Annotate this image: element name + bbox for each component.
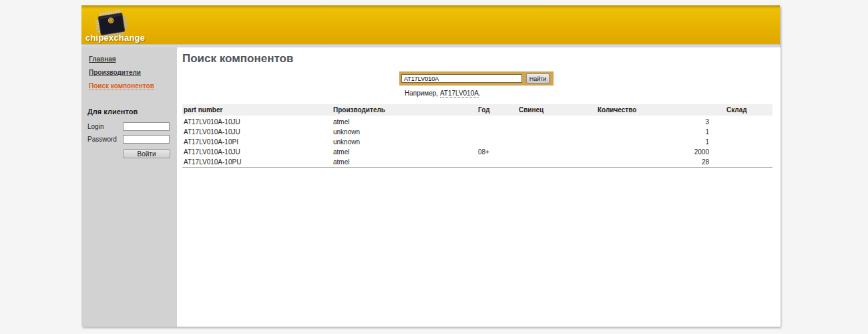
hint-prefix: Например, <box>405 90 440 97</box>
cell-lead <box>517 147 596 157</box>
cell-stock <box>725 127 773 137</box>
brand-name: chipexchange <box>85 33 145 43</box>
cell-part-number: AT17LV010A-10PI <box>182 137 332 147</box>
table-row: AT17LV010A-10JU unknown 1 <box>182 127 773 137</box>
hint-example-link[interactable]: AT17LV010A <box>440 90 479 98</box>
cell-manufacturer: unknown <box>332 127 477 137</box>
col-part-number: part number <box>182 104 332 116</box>
cell-manufacturer: atmel <box>332 157 477 168</box>
sidebar-item-component-search[interactable]: Поиск компонентов <box>89 82 154 90</box>
cell-part-number: AT17LV010A-10JU <box>182 147 332 157</box>
cell-quantity: 1 <box>596 137 725 147</box>
sidebar: Главная Производители Поиск компонентов … <box>81 47 177 327</box>
col-quantity: Количество <box>596 104 725 116</box>
table-row: AT17LV010A-10JU atmel 08+ 2000 <box>182 147 773 157</box>
cell-year: 08+ <box>477 147 517 157</box>
login-label: Login <box>87 123 123 130</box>
table-row: AT17LV010A-10JU atmel 3 <box>182 116 773 127</box>
cell-manufacturer: atmel <box>332 116 477 127</box>
cell-part-number: AT17LV010A-10PU <box>182 157 332 168</box>
cell-stock <box>725 116 773 127</box>
cell-quantity: 1 <box>596 127 725 137</box>
main-content: Поиск компонентов Найти Например, AT17LV… <box>177 47 781 327</box>
cell-part-number: AT17LV010A-10JU <box>182 116 332 127</box>
login-field[interactable] <box>123 122 170 131</box>
search-hint: Например, AT17LV010A. <box>405 90 773 97</box>
cell-stock <box>725 157 773 168</box>
cell-lead <box>517 157 596 168</box>
search-button[interactable]: Найти <box>526 73 550 84</box>
cell-quantity: 2000 <box>596 147 725 157</box>
search-input[interactable] <box>401 74 522 83</box>
page-title: Поиск компонентов <box>182 52 773 65</box>
password-label: Password <box>87 136 123 143</box>
table-header-row: part number Производитель Год Свинец Кол… <box>182 104 773 116</box>
sidebar-nav: Главная Производители Поиск компонентов <box>86 55 177 90</box>
results-body: AT17LV010A-10JU atmel 3 AT17LV010A-10JU … <box>182 116 773 168</box>
cell-lead <box>517 116 596 127</box>
col-lead: Свинец <box>517 104 596 116</box>
cell-quantity: 3 <box>596 116 725 127</box>
table-row: AT17LV010A-10PI unknown 1 <box>182 137 773 147</box>
site-header: chipexchange <box>81 5 780 44</box>
table-row: AT17LV010A-10PU atmel 28 <box>182 157 773 168</box>
cell-year <box>477 137 517 147</box>
cell-part-number: AT17LV010A-10JU <box>182 127 332 137</box>
sidebar-item-manufacturers[interactable]: Производители <box>89 69 177 76</box>
cell-stock <box>725 137 773 147</box>
clients-heading: Для клиентов <box>87 108 177 116</box>
cell-year <box>477 127 517 137</box>
search-band: Найти <box>399 71 554 86</box>
col-stock: Склад <box>725 104 773 116</box>
site-container: chipexchange Главная Производители Поиск… <box>81 5 780 327</box>
cell-manufacturer: unknown <box>332 137 477 147</box>
col-year: Год <box>477 104 517 116</box>
login-button[interactable]: Войти <box>123 149 170 158</box>
password-field[interactable] <box>123 135 170 144</box>
col-manufacturer: Производитель <box>332 104 477 116</box>
cell-stock <box>725 147 773 157</box>
cell-year <box>477 157 517 168</box>
results-table: part number Производитель Год Свинец Кол… <box>182 104 773 168</box>
cell-year <box>477 116 517 127</box>
hint-suffix: . <box>479 90 481 97</box>
cell-manufacturer: atmel <box>332 147 477 157</box>
cell-lead <box>517 137 596 147</box>
sidebar-item-home[interactable]: Главная <box>89 55 177 63</box>
cell-quantity: 28 <box>596 157 725 168</box>
cell-lead <box>517 127 596 137</box>
